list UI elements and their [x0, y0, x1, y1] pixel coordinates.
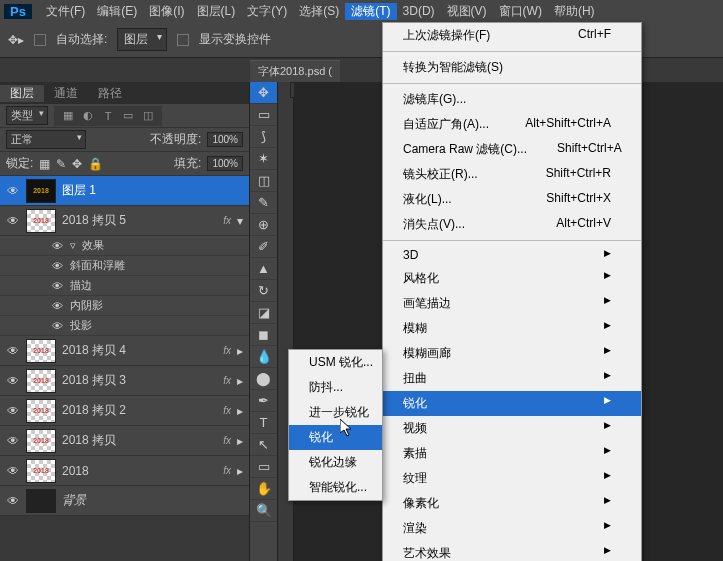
lock-trans-icon[interactable]: ▦	[39, 157, 50, 171]
tab-layers[interactable]: 图层	[0, 85, 44, 102]
menu-3d[interactable]: 3D(D)	[397, 4, 441, 18]
submenu-sketch[interactable]: 素描	[383, 441, 641, 466]
menu-layer[interactable]: 图层(L)	[191, 3, 242, 20]
show-transform-checkbox[interactable]	[177, 34, 189, 46]
fx-expand-icon[interactable]: ▸	[237, 344, 243, 358]
fx-expand-icon[interactable]: ▾	[237, 214, 243, 228]
fx-item[interactable]: 👁投影	[0, 316, 249, 336]
fx-badge[interactable]: fx	[223, 215, 231, 226]
submenu-pixelate[interactable]: 像素化	[383, 491, 641, 516]
submenu-brushstrokes[interactable]: 画笔描边	[383, 291, 641, 316]
lock-pixel-icon[interactable]: ✎	[56, 157, 66, 171]
layer-row[interactable]: 👁20182018 拷贝fx▸	[0, 426, 249, 456]
crop-tool[interactable]: ◫	[250, 170, 277, 192]
menu-type[interactable]: 文字(Y)	[241, 3, 293, 20]
fx-item[interactable]: 👁描边	[0, 276, 249, 296]
filter-text-icon[interactable]: T	[100, 108, 116, 124]
marquee-tool[interactable]: ▭	[250, 104, 277, 126]
hand-tool[interactable]: ✋	[250, 478, 277, 500]
layer-row[interactable]: 👁20182018 拷贝 3fx▸	[0, 366, 249, 396]
menu-liquify[interactable]: 液化(L)...Shift+Ctrl+X	[383, 187, 641, 212]
fx-badge[interactable]: fx	[223, 435, 231, 446]
filter-smart-icon[interactable]: ◫	[140, 108, 156, 124]
submenu-sharpen[interactable]: 锐化	[383, 391, 641, 416]
layer-row[interactable]: 👁20182018 拷贝 4fx▸	[0, 336, 249, 366]
menu-convert-smart[interactable]: 转换为智能滤镜(S)	[383, 55, 641, 80]
type-tool[interactable]: T	[250, 412, 277, 434]
menu-last-filter[interactable]: 上次滤镜操作(F)Ctrl+F	[383, 23, 641, 48]
menu-sharpen-more[interactable]: 进一步锐化	[289, 400, 382, 425]
menu-adaptive-wide[interactable]: 自适应广角(A)...Alt+Shift+Ctrl+A	[383, 112, 641, 137]
visibility-icon[interactable]: 👁	[50, 320, 64, 332]
shape-tool[interactable]: ▭	[250, 456, 277, 478]
menu-vanishing-point[interactable]: 消失点(V)...Alt+Ctrl+V	[383, 212, 641, 237]
menu-window[interactable]: 窗口(W)	[493, 3, 548, 20]
stamp-tool[interactable]: ▲	[250, 258, 277, 280]
fx-expand-icon[interactable]: ▸	[237, 404, 243, 418]
visibility-icon[interactable]: 👁	[6, 374, 20, 388]
eraser-tool[interactable]: ◪	[250, 302, 277, 324]
brush-tool[interactable]: ✐	[250, 236, 277, 258]
fx-item[interactable]: 👁内阴影	[0, 296, 249, 316]
gradient-tool[interactable]: ◼	[250, 324, 277, 346]
menu-lens-correction[interactable]: 镜头校正(R)...Shift+Ctrl+R	[383, 162, 641, 187]
visibility-icon[interactable]: 👁	[6, 404, 20, 418]
menu-smart-sharpen[interactable]: 智能锐化...	[289, 475, 382, 500]
menu-shake-reduce[interactable]: 防抖...	[289, 375, 382, 400]
heal-tool[interactable]: ⊕	[250, 214, 277, 236]
menu-filter[interactable]: 滤镜(T)	[345, 3, 396, 20]
layer-row[interactable]: 👁背景	[0, 486, 249, 516]
tab-paths[interactable]: 路径	[88, 85, 132, 102]
menu-filter-gallery[interactable]: 滤镜库(G)...	[383, 87, 641, 112]
auto-select-checkbox[interactable]	[34, 34, 46, 46]
layer-row[interactable]: 👁20182018fx▸	[0, 456, 249, 486]
submenu-blur[interactable]: 模糊	[383, 316, 641, 341]
fx-expand-icon[interactable]: ▸	[237, 434, 243, 448]
menu-usm-sharpen[interactable]: USM 锐化...	[289, 350, 382, 375]
menu-sharpen[interactable]: 锐化	[289, 425, 382, 450]
fx-expand-icon[interactable]: ▸	[237, 374, 243, 388]
visibility-icon[interactable]: 👁	[50, 280, 64, 292]
blend-mode-dropdown[interactable]: 正常	[6, 130, 86, 149]
layer-kind-dropdown[interactable]: 类型	[6, 106, 48, 125]
fx-expand-icon[interactable]: ▸	[237, 464, 243, 478]
submenu-video[interactable]: 视频	[383, 416, 641, 441]
visibility-icon[interactable]: 👁	[6, 344, 20, 358]
pen-tool[interactable]: ✒	[250, 390, 277, 412]
path-tool[interactable]: ↖	[250, 434, 277, 456]
menu-select[interactable]: 选择(S)	[293, 3, 345, 20]
history-brush-tool[interactable]: ↻	[250, 280, 277, 302]
filter-pixel-icon[interactable]: ▦	[60, 108, 76, 124]
fx-badge[interactable]: fx	[223, 465, 231, 476]
visibility-icon[interactable]: 👁	[50, 240, 64, 252]
lock-pos-icon[interactable]: ✥	[72, 157, 82, 171]
document-tab[interactable]: 字体2018.psd (	[250, 60, 340, 82]
opacity-value[interactable]: 100%	[207, 132, 243, 147]
menu-file[interactable]: 文件(F)	[40, 3, 91, 20]
wand-tool[interactable]: ✶	[250, 148, 277, 170]
menu-sharpen-edges[interactable]: 锐化边缘	[289, 450, 382, 475]
lasso-tool[interactable]: ⟆	[250, 126, 277, 148]
fx-item[interactable]: 👁斜面和浮雕	[0, 256, 249, 276]
eyedropper-tool[interactable]: ✎	[250, 192, 277, 214]
submenu-stylize[interactable]: 风格化	[383, 266, 641, 291]
visibility-icon[interactable]: 👁	[6, 434, 20, 448]
zoom-tool[interactable]: 🔍	[250, 500, 277, 522]
filter-shape-icon[interactable]: ▭	[120, 108, 136, 124]
blur-tool[interactable]: 💧	[250, 346, 277, 368]
move-tool[interactable]: ✥	[250, 82, 277, 104]
dodge-tool[interactable]: ⬤	[250, 368, 277, 390]
visibility-icon[interactable]: 👁	[50, 260, 64, 272]
lock-all-icon[interactable]: 🔒	[88, 157, 103, 171]
submenu-texture[interactable]: 纹理	[383, 466, 641, 491]
layer-row[interactable]: 👁 2018 图层 1	[0, 176, 249, 206]
tab-channels[interactable]: 通道	[44, 85, 88, 102]
menu-view[interactable]: 视图(V)	[441, 3, 493, 20]
submenu-distort[interactable]: 扭曲	[383, 366, 641, 391]
submenu-3d[interactable]: 3D	[383, 244, 641, 266]
visibility-icon[interactable]: 👁	[6, 214, 20, 228]
menu-camera-raw[interactable]: Camera Raw 滤镜(C)...Shift+Ctrl+A	[383, 137, 641, 162]
fx-badge[interactable]: fx	[223, 345, 231, 356]
visibility-icon[interactable]: 👁	[6, 464, 20, 478]
submenu-blur-gallery[interactable]: 模糊画廊	[383, 341, 641, 366]
